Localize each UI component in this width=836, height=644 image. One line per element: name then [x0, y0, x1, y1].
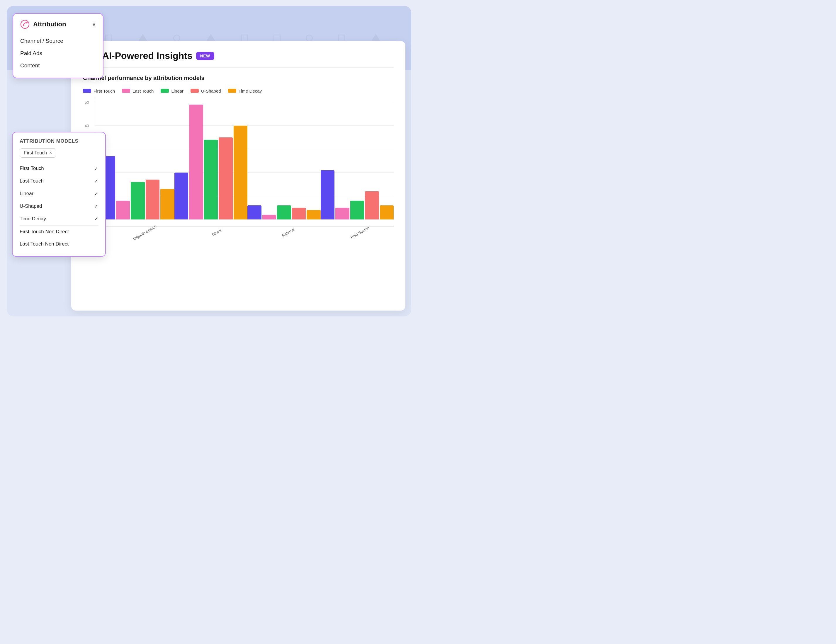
check-u-shaped: ✓: [94, 203, 98, 209]
attribution-title: Attribution: [33, 21, 66, 28]
bar: [350, 201, 364, 220]
models-dropdown: Attribution Models First Touch × First T…: [12, 132, 106, 257]
model-last-touch-nondirect[interactable]: Last Touch Non Direct: [20, 238, 98, 250]
legend-last-touch: Last Touch: [122, 88, 153, 93]
model-linear[interactable]: Linear ✓: [20, 187, 98, 200]
model-linear-label: Linear: [20, 191, 33, 197]
chart-legend: First Touch Last Touch Linear U-Shaped T…: [83, 88, 394, 93]
chart-area: Conversions 01020304050Organic SearchDir…: [83, 98, 394, 227]
ai-powered-title: AI-Powered Insights: [102, 51, 193, 61]
bar: [321, 170, 335, 220]
model-first-touch-label: First Touch: [20, 166, 44, 171]
legend-first-touch: First Touch: [83, 88, 115, 93]
legend-label-last-touch: Last Touch: [132, 88, 153, 93]
ai-header: ✦✧ AI-Powered Insights NEW: [83, 51, 394, 68]
model-last-touch-nondirect-label: Last Touch Non Direct: [20, 241, 69, 247]
attribution-dropdown: Attribution ∨ Channel / Source Paid Ads …: [13, 13, 103, 78]
model-u-shaped[interactable]: U-Shaped ✓: [20, 200, 98, 213]
svg-point-0: [21, 20, 29, 28]
attribution-channel-source[interactable]: Channel / Source: [20, 35, 96, 47]
bar: [189, 104, 203, 220]
x-labels: Organic SearchDirectReferralPaid Search: [107, 229, 394, 235]
bar: [146, 179, 160, 220]
check-first-touch: ✓: [94, 166, 98, 172]
legend-dot-u-shaped: [191, 89, 199, 93]
model-first-touch-nondirect[interactable]: First Touch Non Direct: [20, 226, 98, 238]
check-linear: ✓: [94, 191, 98, 197]
bar: [335, 208, 349, 220]
outer-container: Attribution ∨ Channel / Source Paid Ads …: [7, 6, 411, 316]
legend-linear: Linear: [161, 88, 183, 93]
chevron-down-icon[interactable]: ∨: [92, 21, 96, 28]
shape-square-3: [241, 34, 248, 42]
legend-time-decay: Time Decay: [228, 88, 262, 93]
y-tick: 40: [85, 123, 89, 128]
model-last-touch-label: Last Touch: [20, 178, 44, 184]
model-time-decay-label: Time Decay: [20, 216, 46, 222]
legend-dot-linear: [161, 89, 169, 93]
bars-container: [101, 98, 394, 220]
bar-group-direct: [175, 104, 248, 220]
attribution-content[interactable]: Content: [20, 59, 96, 72]
bar: [233, 126, 248, 220]
bar: [131, 182, 145, 220]
bar: [247, 205, 261, 220]
model-first-touch[interactable]: First Touch ✓: [20, 162, 98, 175]
chart-inner: 01020304050Organic SearchDirectReferralP…: [95, 98, 394, 227]
selected-model-tag[interactable]: First Touch ×: [20, 148, 56, 158]
models-dropdown-title: Attribution Models: [20, 138, 98, 144]
model-u-shaped-label: U-Shaped: [20, 203, 42, 209]
legend-u-shaped: U-Shaped: [191, 88, 221, 93]
legend-label-time-decay: Time Decay: [238, 88, 262, 93]
attribution-dropdown-header: Attribution ∨: [20, 20, 96, 29]
tag-close-icon[interactable]: ×: [49, 150, 52, 156]
legend-label-u-shaped: U-Shaped: [201, 88, 221, 93]
bar: [175, 173, 188, 220]
bar: [116, 201, 130, 220]
legend-dot-last-touch: [122, 89, 130, 93]
model-first-touch-nondirect-label: First Touch Non Direct: [20, 229, 69, 235]
shape-circle: [173, 34, 180, 42]
check-time-decay: ✓: [94, 216, 98, 222]
main-card: ✦✧ AI-Powered Insights NEW Channel perfo…: [71, 41, 405, 311]
attribution-header-left: Attribution: [20, 20, 66, 29]
shape-square-2: [105, 34, 112, 42]
new-badge: NEW: [196, 52, 214, 60]
model-last-touch[interactable]: Last Touch ✓: [20, 175, 98, 187]
legend-dot-time-decay: [228, 89, 236, 93]
attribution-circle-icon: [20, 20, 29, 29]
selected-model-label: First Touch: [24, 150, 47, 156]
legend-label-linear: Linear: [171, 88, 183, 93]
attribution-paid-ads[interactable]: Paid Ads: [20, 47, 96, 59]
shape-square-4: [273, 34, 281, 42]
bar: [277, 205, 291, 220]
bar: [204, 140, 218, 220]
bar-group-paid-search: [321, 170, 394, 220]
model-time-decay[interactable]: Time Decay ✓: [20, 213, 98, 225]
legend-label-first-touch: First Touch: [93, 88, 115, 93]
bar: [219, 137, 233, 220]
section-title: Channel performance by attribution model…: [83, 75, 394, 82]
bar: [365, 191, 379, 220]
bar: [292, 208, 306, 220]
bar: [262, 215, 276, 220]
svg-point-1: [26, 22, 28, 23]
y-tick: 50: [85, 100, 89, 104]
bar-group-organic-search: [101, 156, 175, 220]
check-last-touch: ✓: [94, 178, 98, 184]
shape-square-5: [338, 34, 345, 42]
shape-circle-2: [306, 34, 313, 42]
legend-dot-first-touch: [83, 89, 91, 93]
